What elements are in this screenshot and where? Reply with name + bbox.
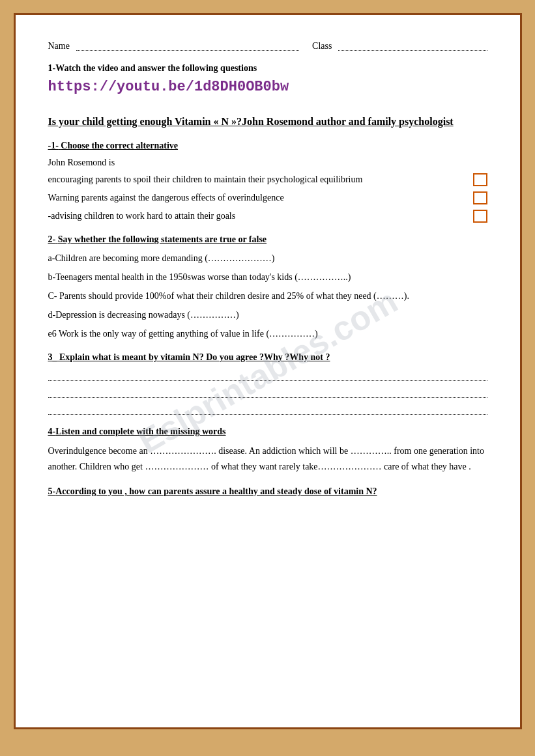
answer-line-3 xyxy=(48,403,487,415)
section2-number: 2- xyxy=(48,234,56,244)
instruction-prefix: 1- xyxy=(48,63,56,73)
option-row-3: -advising children to work hard to attai… xyxy=(48,210,487,223)
tf-item-e: e6 Work is the only way of getting anyth… xyxy=(48,327,487,341)
section-2: 2- Say whether the following statements … xyxy=(48,234,487,341)
option-row-2: Warning parents against the dangerous ef… xyxy=(48,191,487,204)
tf-item-a: a-Children are becoming more demanding (… xyxy=(48,251,487,265)
section3-number: 3_ xyxy=(48,352,57,362)
option-checkbox-1[interactable] xyxy=(473,173,487,186)
option-text-3: -advising children to work hard to attai… xyxy=(48,211,467,221)
tf-item-d: d-Depression is decreasing nowadays (………… xyxy=(48,308,487,322)
section4-title: 4-Listen and complete with the missing w… xyxy=(48,427,487,437)
section5-title-text: According to you , how can parents assur… xyxy=(55,486,377,496)
option-checkbox-3[interactable] xyxy=(473,210,487,223)
section-1: -1- Choose the correct alternative John … xyxy=(48,141,487,223)
section-3: 3_ Explain what is meant by vitamin N? D… xyxy=(48,352,487,415)
main-title: Is your child getting enough Vitamin « N… xyxy=(48,115,487,129)
section1-title-text: Choose the correct alternative xyxy=(61,141,178,150)
option-checkbox-2[interactable] xyxy=(473,191,487,204)
answer-line-1 xyxy=(48,369,487,381)
john-intro: John Rosemond is xyxy=(48,158,487,168)
section1-title: -1- Choose the correct alternative xyxy=(48,141,487,151)
section4-number: 4- xyxy=(48,427,56,436)
section3-title: 3_ Explain what is meant by vitamin N? D… xyxy=(48,352,487,363)
section5-number: 5- xyxy=(48,486,56,496)
section5-title: 5-According to you , how can parents ass… xyxy=(48,486,487,497)
section2-title-text: Say whether the following statements are… xyxy=(58,234,267,244)
video-link[interactable]: https://youtu.be/1d8DH0OB0bw xyxy=(48,79,487,95)
name-dots xyxy=(76,42,299,51)
tf-item-b: b-Teenagers mental health in the 1950swa… xyxy=(48,270,487,284)
section1-number: -1- xyxy=(48,141,59,150)
section4-text: Overindulgence become an …………………. diseas… xyxy=(48,443,487,475)
section-5: 5-According to you , how can parents ass… xyxy=(48,486,487,497)
option-row-1: encouraging parents to spoil their child… xyxy=(48,173,487,186)
answer-line-2 xyxy=(48,386,487,398)
name-class-row: Name Class xyxy=(48,41,487,51)
instruction-1: 1-Watch the video and answer the followi… xyxy=(48,63,487,74)
option-text-2: Warning parents against the dangerous ef… xyxy=(48,193,467,203)
option-text-1: encouraging parents to spoil their child… xyxy=(48,175,467,185)
page-container: Eslprintables.com Name Class 1-Watch the… xyxy=(14,13,522,729)
class-label: Class xyxy=(312,41,332,51)
instruction-bold: Watch the video and answer the following… xyxy=(55,63,257,73)
name-label: Name xyxy=(48,41,70,51)
section4-title-text: Listen and complete with the missing wor… xyxy=(55,427,225,436)
section3-title-text: Explain what is meant by vitamin N? Do y… xyxy=(59,352,330,362)
class-dots xyxy=(338,42,487,51)
section2-title: 2- Say whether the following statements … xyxy=(48,234,487,245)
tf-item-c: C- Parents should provide 100%of what th… xyxy=(48,289,487,303)
section-4: 4-Listen and complete with the missing w… xyxy=(48,427,487,475)
